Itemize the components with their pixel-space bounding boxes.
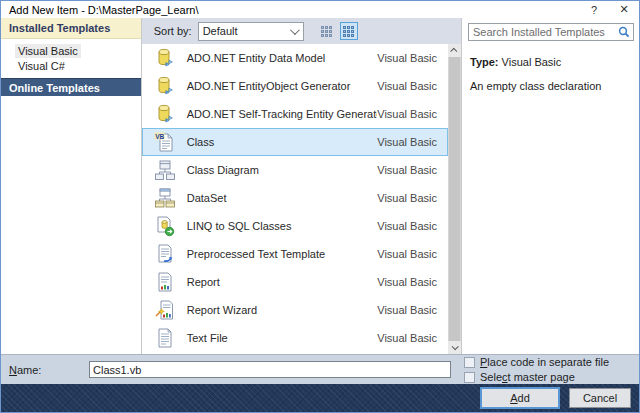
place-code-checkbox-row[interactable]: Place code in separate file	[464, 356, 609, 369]
template-list-item[interactable]: VB ClassVisual Basic	[142, 128, 448, 156]
select-master-checkbox-row[interactable]: Select master page	[464, 371, 609, 384]
medium-icons-icon	[321, 26, 332, 37]
name-strip: Name: Place code in separate file Select…	[1, 354, 639, 384]
add-new-item-dialog: Add New Item - D:\MasterPage_Learn\ ? ✕ …	[0, 0, 640, 413]
template-list-item[interactable]: LINQ to SQL ClassesVisual Basic	[142, 212, 448, 240]
cancel-button[interactable]: Cancel	[569, 388, 631, 408]
template-category: Visual Basic	[377, 276, 441, 288]
list-scrollbar[interactable]	[448, 44, 461, 354]
type-value: Visual Basic	[502, 56, 562, 68]
help-button[interactable]: ?	[579, 1, 609, 18]
dialog-body: Installed Templates Visual BasicVisual C…	[1, 18, 639, 354]
small-icons-view-button[interactable]	[340, 22, 358, 40]
template-details: Type: Visual Basic An empty class declar…	[462, 41, 639, 93]
dataset-icon	[153, 187, 177, 209]
small-icons-icon	[343, 26, 354, 37]
scroll-down-button[interactable]	[448, 341, 461, 354]
template-category: Visual Basic	[377, 332, 441, 344]
template-category: Visual Basic	[377, 220, 441, 232]
template-name: ADO.NET Entity Data Model	[177, 52, 378, 64]
sidebar-item-visual-basic[interactable]: Visual Basic	[1, 44, 141, 58]
search-input[interactable]	[469, 26, 615, 38]
search-icon	[615, 26, 633, 38]
template-list-item[interactable]: ADO.NET Self-Tracking Entity GeneratorVi…	[142, 100, 448, 128]
template-name: Class Diagram	[177, 164, 378, 176]
class-diagram-icon	[153, 159, 177, 181]
template-list-item[interactable]	[142, 352, 448, 354]
window-title: Add New Item - D:\MasterPage_Learn\	[1, 4, 579, 16]
name-input[interactable]	[89, 361, 451, 378]
sidebar-item-visual-c-[interactable]: Visual C#	[1, 59, 141, 73]
template-list-item[interactable]: Text FileVisual Basic	[142, 324, 448, 352]
close-button[interactable]: ✕	[609, 1, 639, 18]
select-master-checkbox[interactable]	[464, 372, 475, 383]
template-category: Visual Basic	[377, 304, 441, 316]
template-category: Visual Basic	[377, 80, 441, 92]
template-list-item[interactable]: ReportVisual Basic	[142, 268, 448, 296]
template-category: Visual Basic	[377, 108, 441, 120]
linq-sql-icon	[153, 215, 177, 237]
template-category: Visual Basic	[377, 248, 441, 260]
template-category: Visual Basic	[377, 164, 441, 176]
online-templates-header[interactable]: Online Templates	[1, 78, 141, 96]
installed-templates-header: Installed Templates	[1, 18, 141, 39]
add-button[interactable]: Add	[481, 388, 559, 408]
scroll-up-button[interactable]	[448, 44, 461, 57]
sort-by-label: Sort by:	[154, 25, 192, 37]
text-file-icon	[153, 327, 177, 349]
search-box	[468, 23, 634, 41]
template-list: ADO.NET Entity Data ModelVisual Basic AD…	[142, 44, 448, 354]
report-wizard-icon	[153, 299, 177, 321]
template-list-item[interactable]: Class DiagramVisual Basic	[142, 156, 448, 184]
template-name: Preprocessed Text Template	[177, 248, 378, 260]
entity-database-icon	[153, 75, 177, 97]
svg-text:VB: VB	[155, 133, 164, 140]
dialog-footer: Add Cancel	[1, 384, 639, 412]
template-list-item[interactable]: ADO.NET EntityObject GeneratorVisual Bas…	[142, 72, 448, 100]
text-template-icon	[153, 243, 177, 265]
scrollbar-thumb[interactable]	[449, 57, 460, 341]
entity-database-icon	[153, 47, 177, 69]
template-name: Report	[177, 276, 378, 288]
template-name: DataSet	[177, 192, 378, 204]
template-name: ADO.NET EntityObject Generator	[177, 80, 378, 92]
template-name: Report Wizard	[177, 304, 378, 316]
entity-database-icon	[153, 103, 177, 125]
place-code-label: Place code in separate file	[480, 356, 609, 368]
sort-toolbar: Sort by: Default	[142, 18, 461, 44]
template-category: Visual Basic	[377, 192, 441, 204]
template-description: An empty class declaration	[470, 79, 631, 93]
template-category: Visual Basic	[377, 52, 441, 64]
view-toggle-group	[318, 22, 358, 40]
sort-by-value: Default	[203, 25, 290, 37]
medium-icons-view-button[interactable]	[318, 22, 336, 40]
template-name: LINQ to SQL Classes	[177, 220, 378, 232]
chevron-down-icon	[290, 25, 300, 35]
template-list-item[interactable]: DataSetVisual Basic	[142, 184, 448, 212]
options-checkboxes: Place code in separate file Select maste…	[464, 356, 609, 384]
template-list-item[interactable]: Report WizardVisual Basic	[142, 296, 448, 324]
name-label: Name:	[9, 364, 89, 376]
templates-sidebar: Installed Templates Visual BasicVisual C…	[1, 18, 142, 354]
template-name: Class	[177, 136, 378, 148]
template-category: Visual Basic	[377, 136, 441, 148]
template-list-panel: Sort by: Default	[142, 18, 462, 354]
installed-templates-list: Visual BasicVisual C#	[1, 39, 141, 74]
template-name: Text File	[177, 332, 378, 344]
template-name: ADO.NET Self-Tracking Entity Generator	[177, 108, 378, 120]
type-label: Type:	[470, 56, 499, 68]
sort-by-dropdown[interactable]: Default	[198, 22, 304, 41]
template-list-item[interactable]: Preprocessed Text TemplateVisual Basic	[142, 240, 448, 268]
template-list-item[interactable]: ADO.NET Entity Data ModelVisual Basic	[142, 44, 448, 72]
vb-class-doc-icon: VB	[153, 131, 177, 153]
details-panel: Type: Visual Basic An empty class declar…	[462, 18, 639, 354]
template-type-line: Type: Visual Basic	[470, 55, 631, 69]
select-master-label: Select master page	[480, 371, 575, 383]
report-icon	[153, 271, 177, 293]
place-code-checkbox[interactable]	[464, 357, 475, 368]
title-bar: Add New Item - D:\MasterPage_Learn\ ? ✕	[1, 1, 639, 18]
